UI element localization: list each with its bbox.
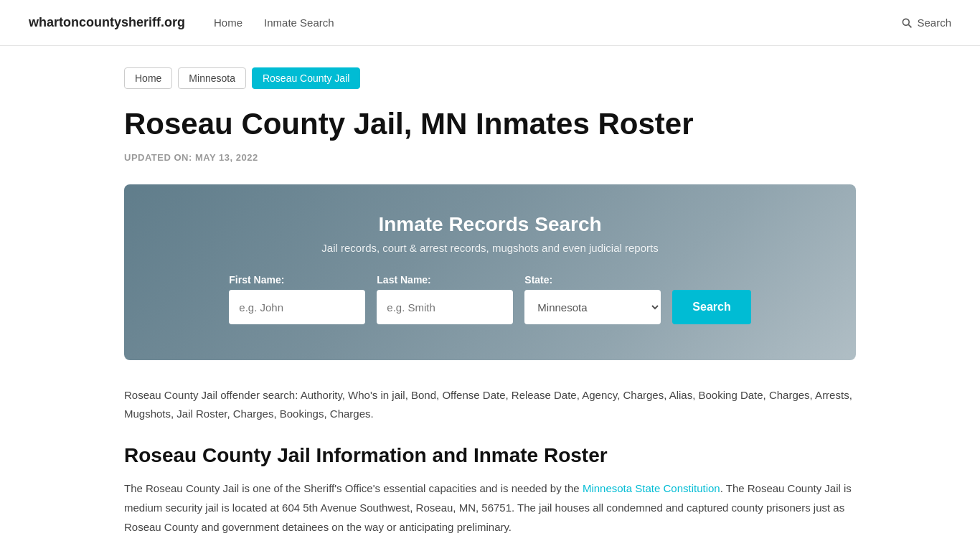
last-name-label: Last Name: xyxy=(377,274,430,286)
search-banner: Inmate Records Search Jail records, cour… xyxy=(124,184,856,360)
body-text: Roseau County Jail offender search: Auth… xyxy=(124,386,856,423)
last-name-input[interactable] xyxy=(377,290,513,324)
section-body: The Roseau County Jail is one of the She… xyxy=(124,479,856,537)
nav-search[interactable]: Search xyxy=(901,17,951,29)
first-name-input[interactable] xyxy=(229,290,365,324)
breadcrumb-minnesota[interactable]: Minnesota xyxy=(178,67,246,89)
breadcrumbs: Home Minnesota Roseau County Jail xyxy=(124,67,856,89)
main-nav: Home Inmate Search xyxy=(214,17,901,29)
brand-logo[interactable]: whartoncountysheriff.org xyxy=(29,15,185,30)
banner-subheading: Jail records, court & arrest records, mu… xyxy=(167,242,813,254)
svg-point-0 xyxy=(903,19,910,25)
state-label: State: xyxy=(524,274,552,286)
mn-constitution-link[interactable]: Minnesota State Constitution xyxy=(583,482,720,494)
search-icon xyxy=(901,17,913,29)
breadcrumb-roseau[interactable]: Roseau County Jail xyxy=(252,67,360,89)
nav-search-label: Search xyxy=(917,17,951,29)
breadcrumb-home[interactable]: Home xyxy=(124,67,172,89)
state-group: State: AlabamaAlaskaArizonaArkansasCalif… xyxy=(524,274,661,324)
last-name-group: Last Name: xyxy=(377,274,513,324)
updated-label: UPDATED ON: MAY 13, 2022 xyxy=(124,152,856,163)
search-button[interactable]: Search xyxy=(672,290,750,324)
search-form: First Name: Last Name: State: AlabamaAla… xyxy=(167,274,813,324)
nav-home[interactable]: Home xyxy=(214,17,242,29)
section-title: Roseau County Jail Information and Inmat… xyxy=(124,444,856,467)
main-content: Home Minnesota Roseau County Jail Roseau… xyxy=(95,46,885,551)
nav-inmate-search[interactable]: Inmate Search xyxy=(264,17,334,29)
page-title: Roseau County Jail, MN Inmates Roster xyxy=(124,106,856,142)
state-select[interactable]: AlabamaAlaskaArizonaArkansasCaliforniaCo… xyxy=(524,290,661,324)
navbar: whartoncountysheriff.org Home Inmate Sea… xyxy=(0,0,980,46)
banner-heading: Inmate Records Search xyxy=(167,213,813,236)
first-name-group: First Name: xyxy=(229,274,365,324)
svg-line-1 xyxy=(909,24,912,27)
first-name-label: First Name: xyxy=(229,274,284,286)
